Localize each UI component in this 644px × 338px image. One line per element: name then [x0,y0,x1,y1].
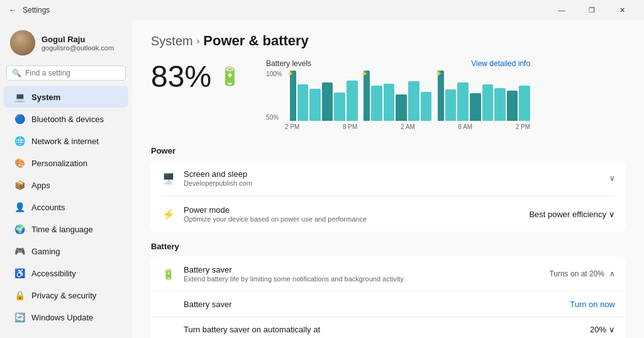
sidebar-item-bluetooth[interactable]: 🔵 Bluetooth & devices [4,108,128,130]
chart-bar-14 [457,82,469,121]
sidebar-item-apps[interactable]: 📦 Apps [4,174,128,196]
chart-bar-4 [334,93,345,121]
search-icon: 🔍 [12,69,21,77]
battery-saver-header[interactable]: 🔋 Battery saver Extend battery life by l… [151,256,625,292]
power-section-title: Power [151,146,625,155]
screen-sleep-row[interactable]: 🖥️ Screen and sleep Developerpublish.com… [151,161,625,196]
screen-sleep-title: Screen and sleep [184,169,609,179]
time-nav-icon: 🌍 [14,223,25,235]
battery-saver-subtitle: Extend battery life by limiting some not… [184,275,549,283]
breadcrumb-arrow: › [197,36,200,46]
update-nav-label: Windows Update [31,313,93,322]
search-input[interactable] [25,69,120,77]
user-name: Gogul Raju [42,35,114,44]
chart-bar-19 [519,86,530,121]
window-controls: — ❐ ✕ [547,0,636,20]
close-button[interactable]: ✕ [608,0,636,20]
power-card: 🖥️ Screen and sleep Developerpublish.com… [151,161,625,232]
chart-bar-16 [482,84,494,121]
breadcrumb: System › Power & battery [151,33,625,49]
breadcrumb-parent: System [151,34,193,48]
update-nav-icon: 🔄 [14,312,25,323]
chart-bar-10 [408,81,419,121]
minimize-button[interactable]: — [547,0,576,20]
battery-section-title: Battery [151,242,625,251]
chart-label-8am: 8 AM [458,123,472,130]
screen-sleep-subtitle: Developerpublish.com [184,179,609,187]
sidebar-item-update[interactable]: 🔄 Windows Update [4,307,128,328]
battery-saver-card: 🔋 Battery saver Extend battery life by l… [151,256,625,338]
percent-text: 83% [151,59,211,94]
time-nav-label: Time & language [31,225,93,234]
search-box[interactable]: 🔍 [6,65,126,81]
sidebar-item-network[interactable]: 🌐 Network & internet [4,130,128,152]
personalization-nav-icon: 🎨 [14,157,25,169]
sidebar-item-accounts[interactable]: 👤 Accounts [4,196,128,218]
battery-saver-status: Turns on at 20% [549,269,604,278]
bse-row2-select[interactable]: 20% ∨ [590,325,615,334]
sidebar-item-gaming[interactable]: 🎮 Gaming [4,240,128,262]
power-mode-subtitle: Optimize your device based on power use … [184,215,529,223]
battery-saver-row-2: Turn battery saver on automatically at 2… [151,317,625,338]
chart-bar-3 [322,82,333,121]
apps-nav-label: Apps [31,181,50,190]
accessibility-nav-icon: ♿ [14,268,25,279]
screen-sleep-chevron: ∨ [609,174,615,183]
chart-bar-13 [445,89,457,121]
battery-chart: Battery levels View detailed info 100% 5… [266,59,530,133]
power-mode-select[interactable]: Best power efficiency ∨ [529,210,615,219]
chart-bar-9 [396,94,407,121]
main-content: System › Power & battery 83% 🔋 Battery l… [132,20,644,338]
battery-saver-row-1: Battery saver Turn on now [151,292,625,317]
chart-bar-7 [371,86,382,121]
personalization-nav-label: Personalization [31,159,87,168]
chart-bar-12 [438,70,444,121]
accessibility-nav-label: Accessibility [31,269,76,278]
bluetooth-nav-label: Bluetooth & devices [31,115,104,124]
network-nav-label: Network & internet [31,137,99,146]
network-nav-icon: 🌐 [14,135,25,147]
back-button[interactable]: ← [8,5,18,15]
chart-bar-8 [384,84,395,121]
sidebar-item-time[interactable]: 🌍 Time & language [4,218,128,240]
chart-bar-2 [309,89,321,121]
chart-bar-18 [507,91,518,121]
power-mode-row[interactable]: ⚡ Power mode Optimize your device based … [151,196,625,232]
sidebar-item-accessibility[interactable]: ♿ Accessibility [4,262,128,284]
sidebar-item-system[interactable]: 💻 System [4,86,128,108]
chart-labels: 2 PM 8 PM 2 AM 8 AM 2 PM [266,123,530,130]
bse-row2-label: Turn battery saver on automatically at [184,325,590,334]
user-profile: Gogul Raju gogulisro@outlook.com [0,25,132,63]
accounts-nav-icon: 👤 [14,201,25,213]
chart-label-8pm: 8 PM [343,123,357,130]
privacy-nav-label: Privacy & security [31,291,96,300]
chart-bar-wrapper-0: ⚡ [285,70,296,121]
chart-bar-15 [470,93,481,121]
charge-indicator-0: ⚡ [287,70,294,77]
chart-bar-0 [290,70,296,121]
bse-row1-value[interactable]: Turn on now [570,300,615,309]
bse-row1-label: Battery saver [184,300,570,309]
battery-saver-expand-icon: ∧ [609,269,615,278]
power-mode-title: Power mode [184,205,529,215]
chart-bar-wrapper-6: ⚡ [359,70,370,121]
avatar [10,30,35,55]
system-nav-label: System [31,93,60,102]
gaming-nav-icon: 🎮 [14,245,25,257]
privacy-nav-icon: 🔒 [14,290,25,301]
chart-y-label-50: 50% [266,114,282,121]
battery-saver-icon: 🔋 [161,266,176,281]
battery-header: 83% 🔋 Battery levels View detailed info … [151,59,625,133]
apps-nav-icon: 📦 [14,179,25,191]
sidebar-item-personalization[interactable]: 🎨 Personalization [4,152,128,174]
battery-icon: 🔋 [219,66,241,87]
battery-saver-title: Battery saver [184,265,549,274]
chart-bar-6 [364,70,370,121]
view-detailed-info-link[interactable]: View detailed info [471,59,530,68]
chart-title: Battery levels [266,59,311,68]
chart-label-2pm1: 2 PM [285,123,299,130]
chart-bar-wrapper-12: ⚡ [433,70,444,121]
restore-button[interactable]: ❐ [577,0,606,20]
breadcrumb-current: Power & battery [203,33,309,49]
sidebar-item-privacy[interactable]: 🔒 Privacy & security [4,284,128,306]
